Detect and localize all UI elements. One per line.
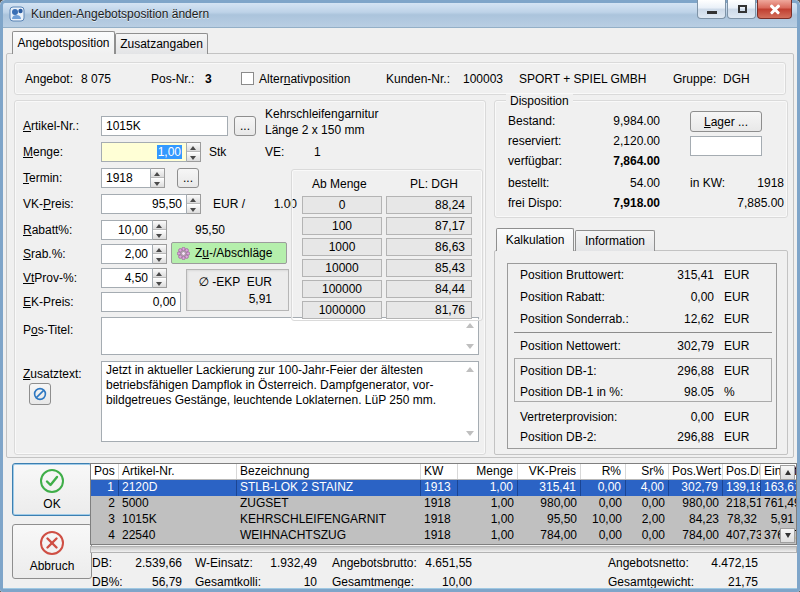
disposition-title: Disposition xyxy=(506,94,573,108)
ekp-value: 5,91 xyxy=(249,292,272,306)
summary-value: 1.932,49 xyxy=(255,556,317,570)
table-row-selected[interactable]: 12120DSTLB-LOK 2 STAINZ19131,00315,410,0… xyxy=(91,480,796,496)
edit-text-button[interactable] xyxy=(29,383,51,405)
summary-label: Angebotsbrutto: xyxy=(332,556,417,570)
kalk-row-label: Position DB-1: xyxy=(520,364,597,378)
bestellt-label: bestellt: xyxy=(508,176,549,190)
price-scale-price: 86,63 xyxy=(386,238,472,256)
price-scale-price: 85,43 xyxy=(386,259,472,277)
lager-button[interactable]: Lager ... xyxy=(690,111,762,132)
reserviert-label: reserviert: xyxy=(508,134,561,148)
scroll-up-icon[interactable] xyxy=(466,367,474,372)
price-scale-qty-header: Ab Menge xyxy=(312,177,367,191)
col-header[interactable]: Menge xyxy=(458,464,518,479)
pos-titel-textarea[interactable] xyxy=(101,317,479,355)
tab-kalkulation[interactable]: Kalkulation xyxy=(496,228,574,251)
maximize-icon xyxy=(738,5,747,13)
lager-input[interactable] xyxy=(690,136,762,156)
scroll-down-icon[interactable] xyxy=(466,431,474,436)
col-header[interactable]: Pos xyxy=(91,464,119,479)
kalk-row-unit: EUR xyxy=(724,312,749,326)
kalk-row-value: 315,41 xyxy=(598,268,714,282)
kalk-row-unit: EUR xyxy=(724,268,749,282)
zu-abschlaege-button[interactable]: Zu-/Abschläge xyxy=(171,242,287,264)
col-header[interactable]: R% xyxy=(581,464,626,479)
alternativposition-label: Alternativposition xyxy=(259,72,350,86)
col-header[interactable]: KW xyxy=(421,464,458,479)
tab-information[interactable]: Information xyxy=(575,230,655,251)
tab-angebotsposition[interactable]: Angebotsposition xyxy=(12,31,115,54)
col-header[interactable]: VK-Preis xyxy=(518,464,581,479)
minimize-button[interactable] xyxy=(697,0,726,19)
artikel-nr-label: Artikel-Nr.: xyxy=(23,119,79,133)
grid-scroll-down-button[interactable] xyxy=(780,528,795,543)
kunden-nr-label: Kunden-Nr.: xyxy=(386,72,450,86)
grid-horizontal-scrollbar[interactable] xyxy=(90,546,797,553)
summary-label: Gesamtgewicht: xyxy=(608,575,694,589)
vtprov-spinner[interactable] xyxy=(153,268,167,288)
summary-value: 10,00 xyxy=(420,575,472,589)
col-header[interactable]: Artikel-Nr. xyxy=(119,464,237,479)
x-circle-icon xyxy=(39,530,65,556)
vk-preis-input[interactable]: 95,50 xyxy=(101,194,187,214)
table-row[interactable]: 25000ZUGSET19181,00980,000,000,00980,002… xyxy=(91,496,796,512)
price-scale-qty: 100 xyxy=(302,217,382,235)
ekp-label: ∅ -EKP EUR xyxy=(198,275,272,289)
vtprov-label: VtProv-%: xyxy=(23,271,77,285)
titlebar[interactable]: Kunden-Angebotsposition ändern xyxy=(0,0,800,28)
vk-preis-spinner[interactable] xyxy=(187,194,201,214)
reserviert-value: 2,120.00 xyxy=(574,134,660,148)
abbruch-button[interactable]: Abbruch xyxy=(12,524,92,579)
kalk-row-unit: EUR xyxy=(724,339,749,353)
header-strip: Angebot: 8 075 Pos-Nr.: 3 Alternativposi… xyxy=(14,62,786,95)
price-scale-qty: 100000 xyxy=(302,280,382,298)
table-row[interactable]: 31015KKEHRSCHLEIFENGARNIT19181,0095,5010… xyxy=(91,512,796,528)
srab-spinner[interactable] xyxy=(153,244,167,264)
app-icon xyxy=(9,6,25,22)
tab-zusatzangaben[interactable]: Zusatzangaben xyxy=(115,33,208,54)
col-header[interactable]: Sr% xyxy=(626,464,669,479)
verfuegbar-value: 7,864.00 xyxy=(574,154,660,168)
termin-browse-button[interactable]: ... xyxy=(177,168,199,188)
selected-text: 1,00 xyxy=(157,145,182,159)
scroll-down-icon[interactable] xyxy=(466,344,474,349)
termin-spinner[interactable] xyxy=(151,168,165,188)
price-scale-qty: 1000 xyxy=(302,238,382,256)
price-scale-price-header: PL: DGH xyxy=(410,177,458,191)
menge-input[interactable]: 1,00 xyxy=(101,142,187,162)
grid-scroll-up-button[interactable] xyxy=(780,465,795,480)
bestand-value: 9,984.00 xyxy=(574,114,660,128)
col-header[interactable]: Pos.DB xyxy=(723,464,761,479)
positions-grid[interactable]: Pos Artikel-Nr. Bezeichnung KW Menge VK-… xyxy=(90,463,797,545)
window-title: Kunden-Angebotsposition ändern xyxy=(31,7,209,21)
separator xyxy=(514,332,772,333)
maximize-button[interactable] xyxy=(727,0,756,19)
zusatztext-textarea[interactable]: Jetzt in aktueller Lackierung zur 100-Ja… xyxy=(101,361,479,442)
up-arrow-icon xyxy=(785,470,791,475)
menge-spinner[interactable] xyxy=(187,142,201,162)
menge-unit: Stk xyxy=(209,145,226,159)
rabatt-input[interactable]: 10,00 xyxy=(101,220,153,240)
termin-input[interactable]: 1918 xyxy=(101,168,151,188)
table-row[interactable]: 422540WEIHNACHTSZUG19181,00784,000,000,0… xyxy=(91,528,796,544)
ok-button[interactable]: OK xyxy=(12,463,92,516)
srab-input[interactable]: 2,00 xyxy=(101,244,153,264)
kalkulation-panel: Position Bruttowert: 315,41 EUR Position… xyxy=(507,263,777,449)
rabatt-price: 95,50 xyxy=(165,223,225,237)
scroll-up-icon[interactable] xyxy=(466,323,474,328)
ve-label: VE: xyxy=(265,145,284,159)
ek-preis-input[interactable]: 0,00 xyxy=(101,292,181,312)
price-scale-price: 84,44 xyxy=(386,280,472,298)
gruppe-value: DGH xyxy=(723,72,750,86)
col-header[interactable]: Pos.Wert xyxy=(669,464,723,479)
vk-per-unit: 1.00 xyxy=(237,197,297,211)
kalk-row-unit: EUR xyxy=(724,430,749,444)
bestand-label: Bestand: xyxy=(508,114,555,128)
alternativposition-checkbox[interactable] xyxy=(241,72,254,85)
vtprov-input[interactable]: 4,50 xyxy=(101,268,153,288)
close-button[interactable] xyxy=(757,0,792,19)
artikel-browse-button[interactable]: ... xyxy=(234,116,256,136)
artikel-nr-input[interactable]: 1015K xyxy=(101,116,228,136)
col-header[interactable]: Bezeichnung xyxy=(237,464,421,479)
kalk-row-value: 296,88 xyxy=(598,430,714,444)
